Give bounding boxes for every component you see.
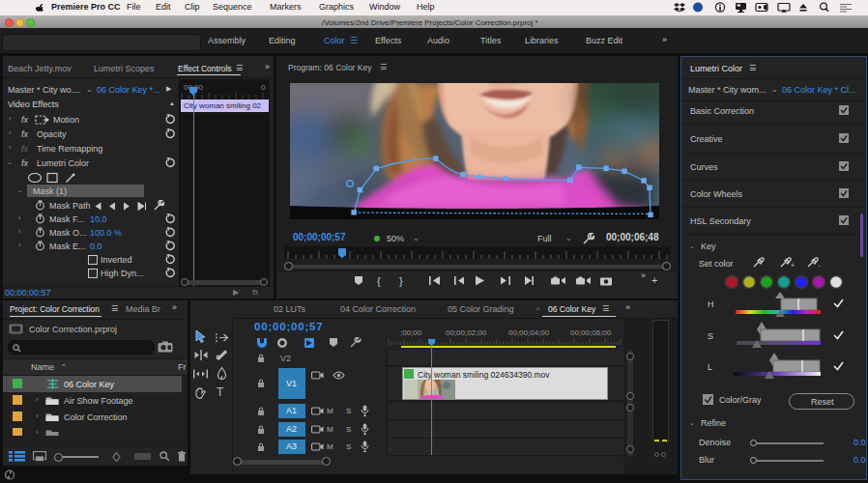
svg-text:}: }	[399, 275, 403, 287]
svg-text:-: -	[819, 262, 822, 269]
svg-text:{: {	[377, 275, 381, 287]
svg-text:+: +	[791, 262, 795, 269]
